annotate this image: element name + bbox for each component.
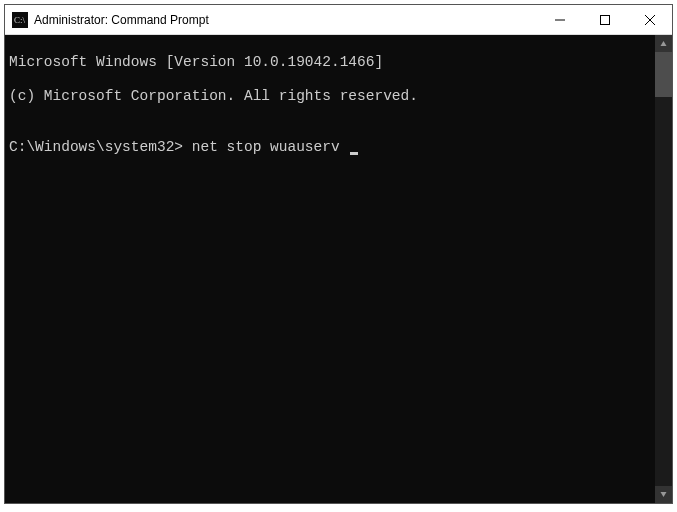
window-controls xyxy=(537,5,672,34)
version-line: Microsoft Windows [Version 10.0.19042.14… xyxy=(9,54,651,71)
cursor xyxy=(350,152,358,155)
command-text: net stop wuauserv xyxy=(192,139,340,155)
scroll-down-button[interactable] xyxy=(655,486,672,503)
svg-text:C:\: C:\ xyxy=(14,15,26,25)
close-button[interactable] xyxy=(627,5,672,34)
minimize-button[interactable] xyxy=(537,5,582,34)
svg-marker-7 xyxy=(661,492,667,497)
svg-rect-3 xyxy=(600,15,609,24)
command-prompt-icon: C:\ xyxy=(12,12,28,28)
vertical-scrollbar[interactable] xyxy=(655,35,672,503)
titlebar[interactable]: C:\ Administrator: Command Prompt xyxy=(5,5,672,35)
svg-marker-6 xyxy=(661,41,667,46)
window-title: Administrator: Command Prompt xyxy=(34,13,537,27)
maximize-button[interactable] xyxy=(582,5,627,34)
command-prompt-window: C:\ Administrator: Command Prompt Micros… xyxy=(4,4,673,504)
scroll-up-button[interactable] xyxy=(655,35,672,52)
console-body[interactable]: Microsoft Windows [Version 10.0.19042.14… xyxy=(5,35,672,503)
copyright-line: (c) Microsoft Corporation. All rights re… xyxy=(9,88,651,105)
scroll-thumb[interactable] xyxy=(655,52,672,97)
console-content: Microsoft Windows [Version 10.0.19042.14… xyxy=(5,35,655,503)
prompt: C:\Windows\system32> xyxy=(9,139,183,155)
